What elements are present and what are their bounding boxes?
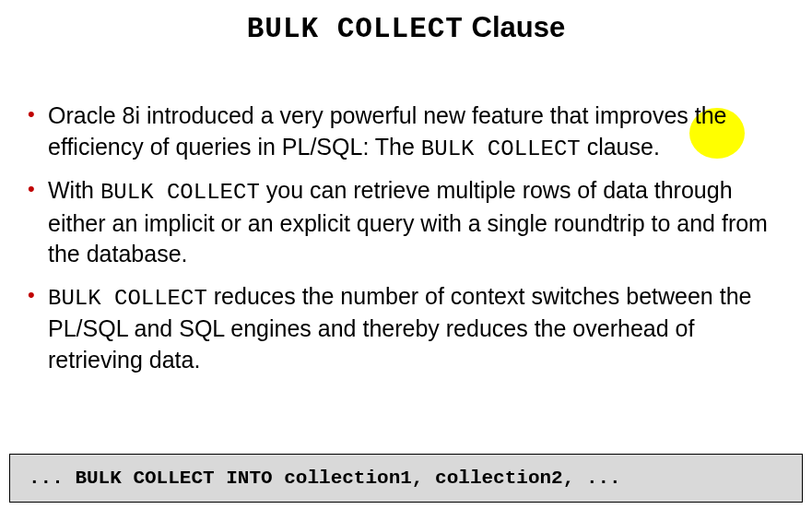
bullet-list: Oracle 8i introduced a very powerful new… (18, 101, 794, 376)
bullet-text: Oracle 8i introduced a very powerful new… (48, 102, 695, 128)
title-mono: BULK COLLECT (247, 13, 464, 45)
title-rest: Clause (464, 11, 565, 43)
bullet-text: efficiency of queries in PL/SQL: The (48, 134, 421, 160)
code-box: ... BULK COLLECT INTO collection1, colle… (9, 454, 803, 503)
slide-title: BULK COLLECT Clause (18, 11, 794, 45)
code-inline: BULK COLLECT (421, 136, 581, 161)
code-inline: BULK COLLECT (48, 286, 207, 311)
bullet-item: Oracle 8i introduced a very powerful new… (28, 101, 794, 164)
bullet-text: clause. (581, 134, 660, 160)
bullet-text-hl: the (695, 102, 727, 128)
bullet-text: With (48, 177, 100, 203)
bullet-item: With BULK COLLECT you can retrieve multi… (28, 175, 794, 270)
code-inline: BULK COLLECT (100, 180, 260, 205)
bullet-item: BULK COLLECT reduces the number of conte… (28, 281, 794, 376)
highlight-wrap: the (695, 102, 727, 128)
code-text: ... BULK COLLECT INTO collection1, colle… (29, 468, 621, 489)
